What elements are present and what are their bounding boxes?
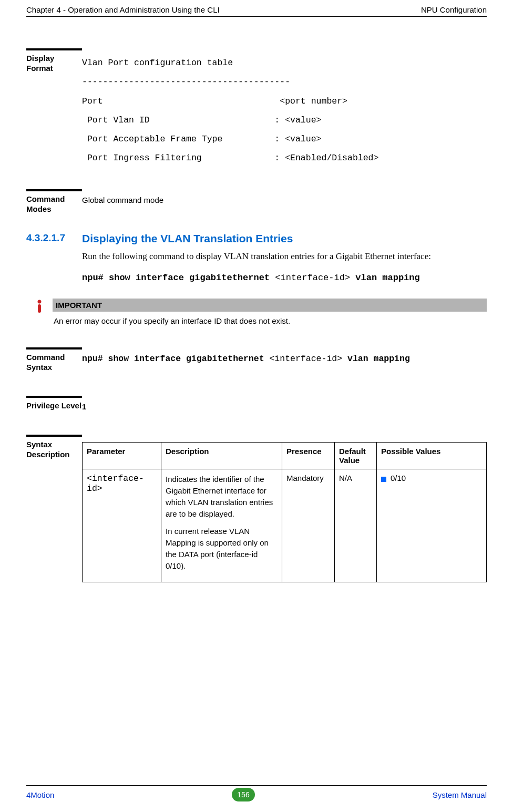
page-number-badge: 156 [232, 788, 255, 801]
display-format-content: Vlan Port configuration table ----------… [82, 54, 487, 168]
table-header-row: Parameter Description Presence Default V… [83, 443, 487, 469]
desc-para-2: In current release VLAN Mapping is suppo… [166, 526, 278, 571]
bullet-square-icon [381, 477, 386, 482]
page-header: Chapter 4 - Operation and Administration… [26, 0, 487, 14]
privilege-value: 1 [82, 401, 487, 411]
command-syntax-label: Command Syntax [26, 353, 82, 373]
section-heading-row: 4.3.2.1.7 Displaying the VLAN Translatio… [26, 232, 487, 283]
desc-para-1: Indicates the identifier of the Gigabit … [166, 474, 278, 519]
section-number: 4.3.2.1.7 [26, 232, 65, 243]
command-modes-rule [26, 189, 82, 191]
table-row: <interface-id> Indicates the identifier … [83, 469, 487, 582]
cs-param: <interface-id> [269, 354, 342, 364]
header-rule [26, 16, 487, 17]
important-label: IMPORTANT [53, 299, 487, 312]
cmd-bold-suffix: vlan mapping [350, 273, 420, 283]
th-possible: Possible Values [377, 443, 487, 469]
cs-bold-suffix: vlan mapping [342, 354, 410, 364]
th-presence: Presence [282, 443, 335, 469]
td-default: N/A [335, 469, 377, 582]
command-modes-label: Command Modes [26, 194, 82, 214]
svg-rect-1 [38, 304, 41, 313]
footer-rule [26, 785, 487, 786]
syntax-desc-rule [26, 435, 82, 437]
footer-left: 4Motion [26, 790, 54, 799]
command-syntax-value: npu# show interface gigabitethernet <int… [82, 353, 487, 373]
important-note: IMPORTANT An error may occur if you spec… [26, 299, 487, 326]
privilege-label: Privilege Level [26, 401, 82, 411]
th-description: Description [161, 443, 282, 469]
command-syntax-rule [26, 347, 82, 350]
important-icon [35, 300, 44, 314]
cmd-bold-prefix: npu# show interface gigabitethernet [82, 273, 275, 283]
th-parameter: Parameter [83, 443, 161, 469]
cs-bold-prefix: npu# show interface gigabitethernet [82, 354, 269, 364]
td-presence: Mandatory [282, 469, 335, 582]
display-format-rule [26, 48, 82, 50]
th-default: Default Value [335, 443, 377, 469]
svg-point-0 [38, 300, 42, 304]
page-footer: 4Motion 156 System Manual [26, 785, 487, 801]
section-body: Run the following command to display VLA… [82, 249, 487, 263]
privilege-rule [26, 396, 82, 398]
header-chapter: Chapter 4 - Operation and Administration… [26, 5, 220, 14]
footer-right: System Manual [433, 790, 487, 799]
syntax-description-table: Parameter Description Presence Default V… [82, 442, 487, 582]
td-possible: 0/10 [377, 469, 487, 582]
td-description: Indicates the identifier of the Gigabit … [161, 469, 282, 582]
important-text: An error may occur if you specify an int… [53, 312, 487, 326]
section-title: Displaying the VLAN Translation Entries [82, 232, 487, 245]
cmd-param: <interface-id> [275, 273, 350, 283]
display-format-label: Display Format [26, 54, 82, 168]
possible-value: 0/10 [391, 474, 406, 482]
syntax-desc-label: Syntax Description [26, 440, 82, 582]
td-parameter: <interface-id> [83, 469, 161, 582]
command-modes-value: Global command mode [82, 194, 487, 214]
section-command: npu# show interface gigabitethernet <int… [82, 273, 487, 283]
header-section: NPU Configuration [421, 5, 487, 14]
